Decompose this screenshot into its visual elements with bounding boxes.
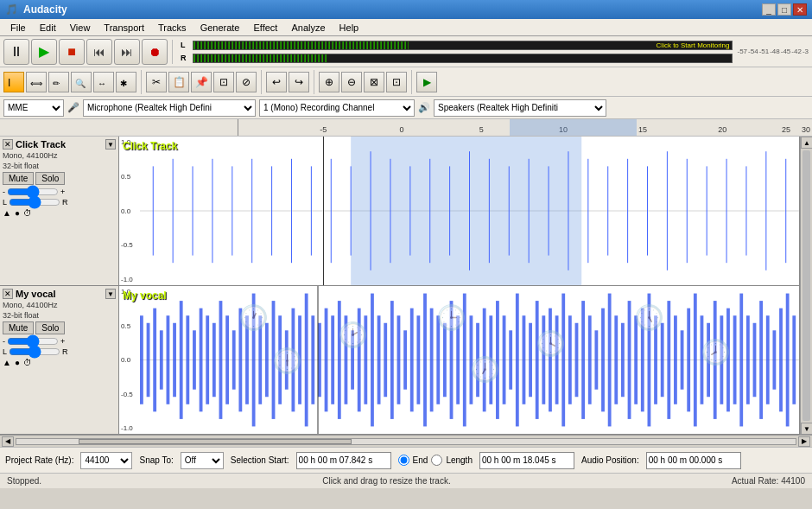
close-button[interactable]: ✕ — [793, 3, 807, 16]
click-track-solo-button[interactable]: Solo — [35, 172, 65, 185]
vocal-track-mute-solo: Mute Solo — [3, 321, 116, 334]
microphone-select[interactable]: Microphone (Realtek High Defini — [83, 99, 256, 117]
multi-tool-button[interactable]: ✱ — [116, 72, 136, 92]
trim-button[interactable]: ⊡ — [213, 72, 234, 92]
record-button[interactable]: ⏺ — [142, 39, 168, 65]
play-at-speed-button[interactable]: ▶ — [416, 72, 437, 92]
select-tool-button[interactable]: I — [3, 72, 24, 92]
svg-rect-91 — [463, 294, 466, 427]
horizontal-scrollbar: ◀ ▶ — [0, 435, 812, 447]
paste-button[interactable]: 📌 — [191, 72, 212, 92]
click-track-gain-slider[interactable] — [7, 188, 59, 195]
svg-rect-92 — [470, 315, 473, 404]
hscroll-track[interactable] — [16, 438, 796, 445]
menu-file[interactable]: File — [3, 21, 33, 35]
vocal-track-pan-slider[interactable] — [9, 348, 60, 355]
vocal-track: ✕ My vocal ▼ Mono, 44100Hz 32-bit float … — [0, 286, 800, 435]
undo-button[interactable]: ↩ — [266, 72, 287, 92]
scroll-thumb-v[interactable] — [802, 150, 810, 421]
channel-select[interactable]: 1 (Mono) Recording Channel — [259, 99, 415, 117]
silence-button[interactable]: ⊘ — [236, 72, 257, 92]
scroll-left-button[interactable]: ◀ — [2, 436, 14, 447]
scroll-up-button[interactable]: ▲ — [801, 137, 812, 149]
timeshift-tool-button[interactable]: ↔ — [93, 72, 114, 92]
click-track-controls: ✕ Click Track ▼ Mono, 44100Hz 32-bit flo… — [0, 137, 119, 285]
vertical-scrollbar: ▲ ▼ — [800, 137, 812, 435]
minimize-button[interactable]: _ — [762, 3, 776, 16]
svg-rect-61 — [265, 323, 269, 398]
svg-rect-43 — [147, 323, 150, 398]
menu-generate[interactable]: Generate — [193, 21, 247, 35]
click-track-name: Click Track — [13, 139, 105, 150]
play-button[interactable]: ▶ — [31, 39, 57, 65]
vocal-collapse-icon: ▲ — [3, 358, 11, 367]
zoom-sel-button[interactable]: ⊡ — [386, 72, 407, 92]
scroll-down-button[interactable]: ▼ — [801, 423, 812, 435]
selection-end-input[interactable] — [479, 452, 574, 469]
svg-rect-47 — [173, 323, 176, 398]
zoom-tool-button[interactable]: 🔍 — [71, 72, 92, 92]
length-radio[interactable] — [431, 455, 442, 466]
snap-to-select[interactable]: Off — [181, 452, 224, 469]
vocal-track-gain-slider[interactable] — [7, 338, 59, 345]
end-label: End — [413, 455, 428, 465]
menu-help[interactable]: Help — [333, 21, 366, 35]
click-track-mute-button[interactable]: Mute — [3, 172, 34, 185]
svg-rect-60 — [258, 315, 262, 404]
menu-edit[interactable]: Edit — [33, 21, 63, 35]
project-rate-select[interactable]: 44100 — [80, 452, 132, 469]
svg-rect-53 — [213, 323, 216, 398]
cut-button[interactable]: ✂ — [146, 72, 167, 92]
vocal-track-waveform[interactable]: 1.0 0.5 0.0 -0.5 -1.0 — [119, 286, 800, 434]
svg-text:↔: ↔ — [98, 79, 106, 88]
redo-button[interactable]: ↪ — [289, 72, 309, 92]
collapse-icon: ▲ — [3, 208, 11, 218]
vu-meter-r — [193, 54, 733, 63]
vocal-track-solo-button[interactable]: Solo — [35, 321, 65, 334]
svg-rect-133 — [739, 294, 743, 427]
audio-position-input[interactable] — [646, 452, 741, 469]
zoom-out-button[interactable]: ⊖ — [341, 72, 362, 92]
speaker-select[interactable]: Speakers (Realtek High Definiti — [434, 99, 606, 117]
vu-start-label[interactable]: Click to Start Monitoring — [657, 41, 730, 49]
menu-transport[interactable]: Transport — [97, 21, 151, 35]
vocal-track-menu-button[interactable]: ▼ — [105, 289, 116, 299]
maximize-button[interactable]: □ — [777, 3, 791, 16]
click-track-waveform[interactable]: 1.0 0.5 0.0 -0.5 -1.0 — [119, 137, 800, 285]
vu-meter-area: L Click to Start Monitoring R — [177, 40, 736, 64]
menu-view[interactable]: View — [63, 21, 98, 35]
vu-meter-l: Click to Start Monitoring — [193, 41, 733, 50]
vocal-track-mute-button[interactable]: Mute — [3, 321, 34, 334]
vocal-track-svg — [140, 286, 799, 434]
copy-button[interactable]: 📋 — [168, 72, 189, 92]
api-select[interactable]: MME — [3, 99, 64, 117]
click-track-bottom: ▲ ● ⏱ — [3, 208, 116, 218]
vu-bar-l — [193, 41, 409, 49]
svg-rect-132 — [733, 315, 737, 404]
zoom-in-button[interactable]: ⊕ — [319, 72, 339, 92]
scroll-right-button[interactable]: ▶ — [798, 436, 810, 447]
menu-analyze[interactable]: Analyze — [284, 21, 332, 35]
click-track-pan-slider[interactable] — [9, 199, 60, 206]
skip-back-button[interactable]: ⏮ — [86, 39, 112, 65]
vocal-mono-icon: ● — [15, 358, 20, 367]
envelope-tool-button[interactable]: ⟺ — [26, 72, 47, 92]
pause-button[interactable]: ⏸ — [3, 39, 29, 65]
click-track-menu-button[interactable]: ▼ — [105, 139, 116, 150]
hscroll-thumb[interactable] — [79, 439, 352, 444]
menu-effect[interactable]: Effect — [247, 21, 285, 35]
ruler-mark-25: 25 — [782, 125, 790, 134]
stop-button[interactable]: ■ — [59, 39, 85, 65]
click-track-pan: L R — [3, 198, 116, 207]
menu-tracks[interactable]: Tracks — [151, 21, 193, 35]
click-track-close-button[interactable]: ✕ — [3, 139, 13, 150]
draw-tool-button[interactable]: ✏ — [48, 72, 69, 92]
svg-rect-65 — [291, 309, 295, 412]
vocal-track-close-button[interactable]: ✕ — [3, 289, 13, 299]
selection-start-input[interactable] — [296, 452, 391, 469]
end-radio[interactable] — [398, 455, 409, 466]
skip-forward-button[interactable]: ⏭ — [114, 39, 140, 65]
zoom-fit-button[interactable]: ⊠ — [364, 72, 384, 92]
multi-icon: ✱ — [120, 76, 132, 88]
svg-rect-117 — [634, 315, 638, 404]
